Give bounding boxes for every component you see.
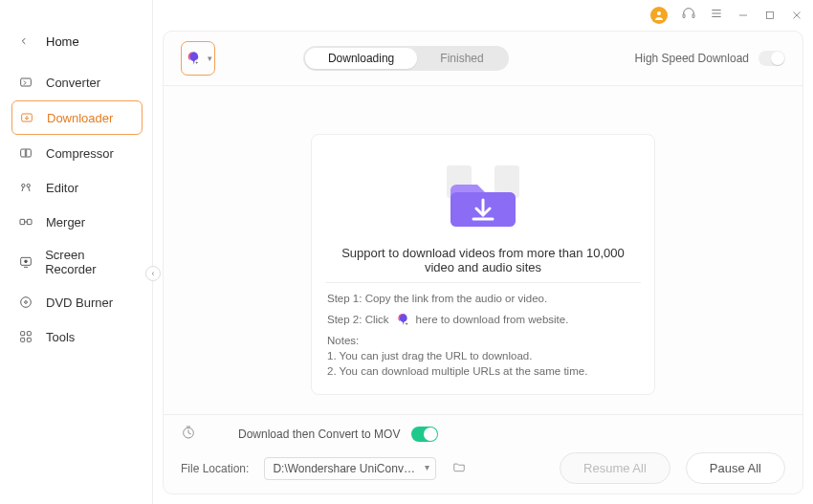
svg-rect-10 xyxy=(21,78,32,86)
nav-list: Converter Downloader Compressor Editor M… xyxy=(0,66,152,353)
clock-icon[interactable] xyxy=(181,425,196,443)
close-button[interactable] xyxy=(790,9,803,22)
empty-state-title: Support to download videos from more tha… xyxy=(325,246,641,274)
svg-line-45 xyxy=(188,433,191,434)
sidebar-item-editor[interactable]: Editor xyxy=(11,171,143,204)
svg-point-18 xyxy=(22,184,25,186)
back-home[interactable]: Home xyxy=(0,27,152,66)
footer: Download then Convert to MOV File Locati… xyxy=(164,414,802,493)
sidebar-item-label: Tools xyxy=(46,330,75,344)
main-header: + ▾ Downloading Finished High Speed Down… xyxy=(164,32,802,86)
sidebar-item-label: Downloader xyxy=(47,111,113,125)
svg-point-29 xyxy=(25,301,28,304)
titlebar xyxy=(650,6,803,24)
sidebar-item-tools[interactable]: Tools xyxy=(11,320,143,353)
svg-rect-30 xyxy=(21,332,25,336)
footer-row-1: Download then Convert to MOV xyxy=(181,425,785,443)
back-label: Home xyxy=(46,34,79,49)
uniconverter-logo-icon: + xyxy=(185,50,202,67)
support-icon[interactable] xyxy=(681,6,696,24)
step2-part2: here to download from website. xyxy=(416,314,569,325)
notes-label: Notes: xyxy=(327,335,639,346)
tab-downloading[interactable]: Downloading xyxy=(305,48,417,69)
svg-point-26 xyxy=(24,260,27,263)
tab-segment: Downloading Finished xyxy=(303,46,509,71)
step2-part1: Step 2: Click xyxy=(327,314,389,325)
user-avatar-icon[interactable] xyxy=(650,7,668,24)
high-speed-label: High Speed Download xyxy=(635,52,749,65)
sidebar-item-label: Editor xyxy=(46,181,78,195)
pause-all-button[interactable]: Pause All xyxy=(686,452,785,484)
svg-line-21 xyxy=(29,187,30,191)
svg-point-19 xyxy=(27,184,30,186)
svg-line-20 xyxy=(22,187,23,191)
note-2: 2. You can download multiple URLs at the… xyxy=(327,365,639,377)
sidebar-item-merger[interactable]: Merger xyxy=(11,206,143,238)
chevron-down-icon: ▾ xyxy=(208,54,212,63)
tab-finished[interactable]: Finished xyxy=(417,48,506,69)
sidebar-item-label: Converter xyxy=(46,76,100,90)
tools-icon xyxy=(17,328,34,345)
uniconverter-logo-icon: + xyxy=(395,312,410,327)
note-1: 1. You can just drag the URL to download… xyxy=(327,350,639,362)
sidebar-item-compressor[interactable]: Compressor xyxy=(11,137,143,169)
svg-rect-31 xyxy=(27,332,31,336)
svg-rect-2 xyxy=(692,14,694,18)
svg-rect-22 xyxy=(20,219,25,224)
file-location-select[interactable]: D:\Wondershare UniConverter 1 xyxy=(264,457,436,480)
convert-toggle[interactable] xyxy=(411,427,438,442)
step-1: Step 1: Copy the link from the audio or … xyxy=(327,293,639,304)
sidebar-item-label: Compressor xyxy=(46,146,114,161)
footer-row-2: File Location: D:\Wondershare UniConvert… xyxy=(181,452,785,484)
sidebar-item-label: Screen Recorder xyxy=(45,248,135,276)
sidebar-item-label: Merger xyxy=(46,215,85,230)
merger-icon xyxy=(17,213,34,230)
recorder-icon xyxy=(17,253,33,271)
open-folder-icon[interactable] xyxy=(451,460,467,476)
file-location-label: File Location: xyxy=(181,462,249,475)
add-url-button[interactable]: + ▾ xyxy=(181,41,215,76)
sidebar-collapse-handle[interactable]: ‹ xyxy=(145,266,161,281)
svg-rect-32 xyxy=(21,338,25,341)
maximize-button[interactable] xyxy=(763,9,777,22)
sidebar-item-converter[interactable]: Converter xyxy=(11,66,143,99)
main-panel: + ▾ Downloading Finished High Speed Down… xyxy=(163,31,803,494)
svg-rect-1 xyxy=(683,14,685,18)
svg-rect-23 xyxy=(27,219,32,224)
instructions: Step 1: Copy the link from the audio or … xyxy=(325,291,641,377)
svg-rect-33 xyxy=(27,338,31,341)
svg-text:+: + xyxy=(195,59,198,65)
compressor-icon xyxy=(17,144,34,162)
editor-icon xyxy=(17,179,34,196)
folder-download-illustration xyxy=(426,156,540,232)
sidebar-item-recorder[interactable]: Screen Recorder xyxy=(11,240,143,284)
downloader-icon xyxy=(18,109,35,126)
sidebar-item-downloader[interactable]: Downloader xyxy=(11,100,143,135)
svg-text:+: + xyxy=(405,320,407,326)
main-body: Support to download videos from more tha… xyxy=(164,86,802,414)
burner-icon xyxy=(17,294,34,311)
chevron-left-icon xyxy=(19,34,29,49)
hamburger-menu-icon[interactable] xyxy=(710,7,723,23)
sidebar: Home Converter Downloader Compressor Edi… xyxy=(0,0,153,504)
svg-rect-7 xyxy=(767,11,774,18)
empty-state-card: Support to download videos from more tha… xyxy=(311,134,655,395)
svg-point-28 xyxy=(21,297,32,308)
sidebar-item-burner[interactable]: DVD Burner xyxy=(11,286,143,318)
svg-point-0 xyxy=(657,11,661,15)
converter-icon xyxy=(17,74,34,91)
resume-all-button[interactable]: Resume All xyxy=(560,452,670,484)
high-speed-toggle[interactable] xyxy=(758,51,785,66)
minimize-button[interactable] xyxy=(736,9,750,22)
high-speed-download: High Speed Download xyxy=(635,51,785,66)
convert-label: Download then Convert to MOV xyxy=(238,427,400,441)
step-2: Step 2: Click + here to download from we… xyxy=(327,312,639,327)
sidebar-item-label: DVD Burner xyxy=(46,296,113,310)
